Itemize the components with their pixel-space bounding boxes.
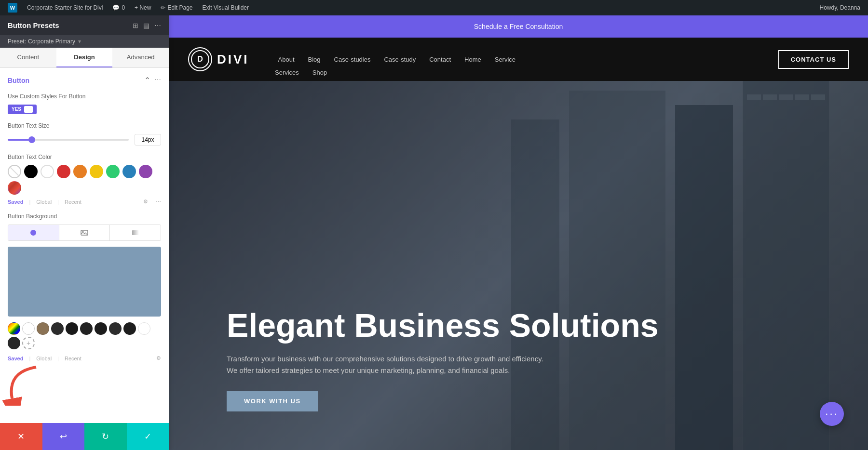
hero-title: Elegant Business Solutions xyxy=(227,307,675,344)
btn-text-size-track xyxy=(8,139,129,141)
red-arrow-indicator xyxy=(0,362,46,408)
panel-header: Button Presets ⊞ ▤ ⋯ xyxy=(0,15,169,35)
btn-bg-preview[interactable] xyxy=(8,247,161,317)
bottom-swatch-4[interactable] xyxy=(66,322,78,335)
floating-action-button[interactable]: ··· xyxy=(820,402,844,426)
swatch-orange[interactable] xyxy=(73,165,87,178)
exit-builder-item[interactable]: Exit Visual Builder xyxy=(198,0,253,15)
consultation-banner[interactable]: Schedule a Free Consultation xyxy=(169,15,868,38)
swatch-purple[interactable] xyxy=(139,165,152,178)
color-tab-sep1: | xyxy=(29,199,30,205)
custom-styles-toggle[interactable]: YES xyxy=(8,105,37,114)
comment-icon: 💬 xyxy=(112,4,120,11)
site-name-item[interactable]: Corporate Starter Site for Divi xyxy=(23,0,107,15)
undo-button[interactable]: ↩ xyxy=(42,423,85,450)
bottom-swatch-10[interactable] xyxy=(8,337,20,349)
tab-content[interactable]: Content xyxy=(0,48,56,67)
work-with-us-button[interactable]: WORK WITH US xyxy=(227,391,318,411)
wp-logo-icon: W xyxy=(8,3,17,13)
panel-copy-icon[interactable]: ⊞ xyxy=(133,22,138,29)
btn-bg-label: Button Background xyxy=(8,212,161,221)
svg-line-0 xyxy=(10,167,19,176)
section-header-icons: ⌃ ⋯ xyxy=(144,76,161,85)
color-tab-recent[interactable]: Recent xyxy=(65,199,81,205)
bottom-swatch-6[interactable] xyxy=(95,322,107,335)
panel-more-icon[interactable]: ⋯ xyxy=(154,22,161,29)
add-swatch-btn[interactable]: + xyxy=(22,337,35,349)
color-tab-saved[interactable]: Saved xyxy=(8,199,23,205)
section-more-icon[interactable]: ⋯ xyxy=(154,76,161,85)
undo-icon: ↩ xyxy=(60,431,67,442)
save-button[interactable]: ✓ xyxy=(127,423,169,450)
nav-link-contact[interactable]: Contact xyxy=(429,56,451,63)
swatch-green[interactable] xyxy=(106,165,120,178)
nav-links-main: About Blog Case-studies Case-study Conta… xyxy=(278,56,778,63)
more-dots-icon[interactable]: ⋯ xyxy=(156,199,161,205)
admin-bar-right: Howdy, Deanna xyxy=(816,0,865,15)
main-content: Schedule a Free Consultation D DIVI Abou… xyxy=(169,15,868,450)
nav-link-blog[interactable]: Blog xyxy=(308,56,321,63)
nav-link-home[interactable]: Home xyxy=(464,56,481,63)
panel-tabs: Content Design Advanced xyxy=(0,48,169,68)
nav-link-services[interactable]: Services xyxy=(275,69,299,76)
panel-columns-icon[interactable]: ▤ xyxy=(143,22,149,29)
preset-value: Corporate Primary xyxy=(28,38,75,45)
bg-color-settings-icon[interactable]: ⚙ xyxy=(156,355,161,361)
site-logo[interactable]: D DIVI xyxy=(188,47,249,71)
swatch-blue[interactable] xyxy=(122,165,136,178)
use-custom-label: Use Custom Styles For Button xyxy=(8,93,161,101)
btn-bg-tab-color[interactable] xyxy=(8,225,59,240)
contact-us-button[interactable]: CONTACT US xyxy=(778,50,849,69)
swatch-transparent[interactable] xyxy=(8,165,21,178)
bottom-swatch-9[interactable] xyxy=(138,322,150,335)
site-navigation: D DIVI About Blog Case-studies Case-stud… xyxy=(169,38,868,81)
bottom-swatch-1[interactable] xyxy=(22,322,35,335)
tab-content-label: Content xyxy=(17,53,40,61)
nav-link-case-study[interactable]: Case-study xyxy=(384,56,416,63)
bottom-swatch-3[interactable] xyxy=(51,322,64,335)
bg-color-tab-recent[interactable]: Recent xyxy=(65,356,81,361)
swatch-yellow[interactable] xyxy=(90,165,103,178)
swatch-red[interactable] xyxy=(57,165,70,178)
bottom-swatch-2[interactable] xyxy=(37,322,49,335)
arrow-svg xyxy=(0,362,46,406)
nav-link-about[interactable]: About xyxy=(278,56,295,63)
bg-color-tab-saved[interactable]: Saved xyxy=(8,356,23,361)
swatch-black[interactable] xyxy=(24,165,38,178)
section-collapse-icon[interactable]: ⌃ xyxy=(144,76,150,85)
nav-link-case-studies[interactable]: Case-studies xyxy=(334,56,371,63)
redo-icon: ↻ xyxy=(102,431,109,442)
btn-bg-tab-gradient[interactable] xyxy=(110,225,161,240)
tab-advanced[interactable]: Advanced xyxy=(112,48,169,67)
cancel-button[interactable]: ✕ xyxy=(0,423,42,450)
bottom-swatch-5[interactable] xyxy=(80,322,93,335)
comments-item[interactable]: 💬 0 xyxy=(108,0,129,15)
color-settings-icon[interactable]: ⚙ xyxy=(143,199,148,205)
new-item[interactable]: + New xyxy=(131,0,155,15)
svg-point-1 xyxy=(30,230,36,236)
btn-text-size-input[interactable]: 14px xyxy=(135,134,161,146)
wp-logo-item[interactable]: W xyxy=(4,0,21,15)
swatch-rainbow[interactable] xyxy=(8,322,20,335)
swatch-dark-red[interactable] xyxy=(8,181,21,195)
color-tab-sep2: | xyxy=(57,199,59,205)
color-tab-global[interactable]: Global xyxy=(36,199,52,205)
logo-text: DIVI xyxy=(217,52,249,67)
howdy-item[interactable]: Howdy, Deanna xyxy=(816,0,865,15)
edit-page-item[interactable]: ✏ Edit Page xyxy=(157,0,196,15)
btn-bg-tab-image[interactable] xyxy=(59,225,110,240)
new-label: + New xyxy=(135,4,151,11)
color-fill-icon xyxy=(29,229,37,237)
bg-color-tab-global[interactable]: Global xyxy=(36,356,52,361)
redo-button[interactable]: ↻ xyxy=(84,423,127,450)
nav-second-row: Services Shop xyxy=(169,69,868,81)
tab-design[interactable]: Design xyxy=(56,48,113,67)
nav-link-shop[interactable]: Shop xyxy=(312,69,327,76)
swatch-white[interactable] xyxy=(41,165,54,178)
bottom-swatch-8[interactable] xyxy=(123,322,136,335)
btn-text-size-thumb[interactable] xyxy=(28,136,35,143)
preset-chevron-icon[interactable]: ▾ xyxy=(78,38,81,45)
logo-circle: D xyxy=(188,47,212,71)
nav-link-service[interactable]: Service xyxy=(495,56,515,63)
bottom-swatch-7[interactable] xyxy=(109,322,122,335)
